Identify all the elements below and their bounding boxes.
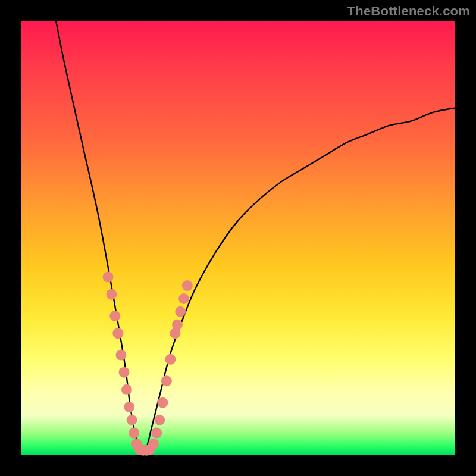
highlight-dot: [119, 367, 130, 378]
chart-svg: [21, 21, 455, 455]
highlight-dot: [165, 354, 176, 365]
highlight-dot: [175, 306, 186, 317]
highlight-dot: [115, 350, 126, 361]
highlight-dot: [157, 397, 168, 408]
highlight-dot: [112, 328, 123, 339]
highlight-dot: [161, 375, 172, 386]
highlight-dot: [148, 439, 159, 449]
highlight-dot: [154, 415, 165, 425]
highlight-dot: [121, 384, 132, 395]
highlight-dot: [106, 289, 117, 300]
highlight-dot: [129, 428, 139, 439]
highlight-dot: [151, 428, 162, 439]
highlight-dot: [178, 293, 189, 304]
highlight-dot: [182, 280, 193, 291]
watermark-text: TheBottleneck.com: [347, 4, 470, 19]
highlight-dot: [127, 415, 137, 425]
bottleneck-curve: [56, 21, 455, 455]
highlight-dot: [103, 272, 114, 283]
plot-area: [21, 21, 455, 455]
highlight-dots-group: [103, 272, 193, 456]
highlight-dot: [124, 402, 134, 412]
chart-container: TheBottleneck.com: [0, 0, 476, 476]
highlight-dot: [172, 320, 183, 330]
highlight-dot: [109, 311, 120, 321]
